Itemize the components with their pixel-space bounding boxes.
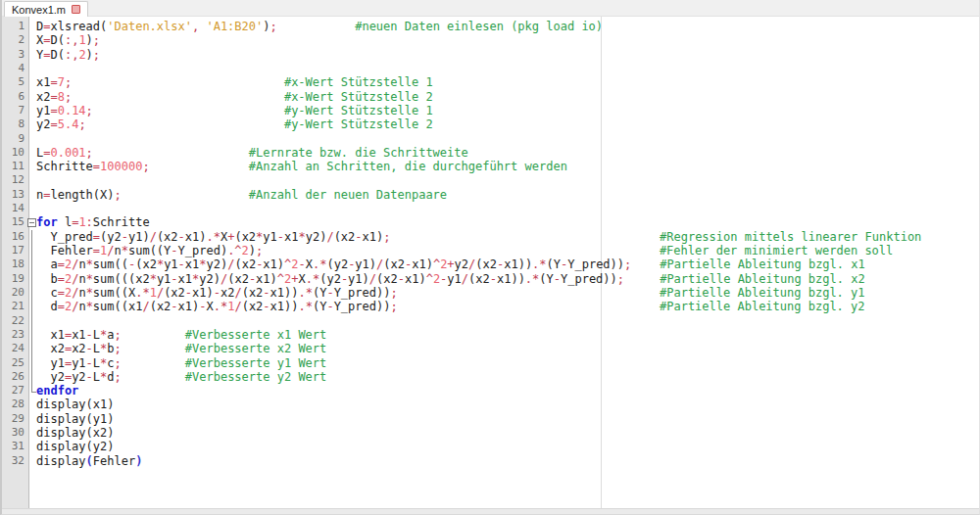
- code-line-4[interactable]: 4: [2, 62, 979, 75]
- tab-label: Konvex1.m: [12, 4, 66, 16]
- fold-margin: [28, 215, 36, 229]
- line-number: 26: [2, 370, 28, 384]
- line-number: 31: [2, 440, 28, 453]
- code-text: y2=5.4; #y-Wert Stützstelle 2: [36, 117, 433, 131]
- code-line-25[interactable]: 25 y1=y1-L*c; #Verbesserte y1 Wert: [2, 356, 979, 370]
- fold-margin: [28, 328, 36, 342]
- fold-margin: [28, 90, 36, 104]
- fold-margin: [28, 173, 36, 187]
- code-line-20[interactable]: 20 c=2/n*sum((X.*1/(x2-x1)-x2/(x2-x1)).*…: [2, 286, 979, 300]
- line-number: 20: [2, 286, 28, 300]
- code-line-7[interactable]: 7y1=0.14; #y-Wert Stützstelle 1: [2, 104, 979, 117]
- line-number: 30: [2, 426, 28, 440]
- editor-window: Konvex1.m 1D=xlsread('Daten.xlsx', 'A1:B…: [0, 0, 980, 515]
- code-line-21[interactable]: 21 d=2/n*sum((x1/(x2-x1)-X.*1/(x2-x1)).*…: [2, 300, 979, 313]
- code-line-10[interactable]: 10L=0.001; #Lernrate bzw. die Schrittwei…: [2, 146, 979, 160]
- fold-margin: [28, 75, 36, 89]
- fold-margin: [28, 342, 36, 355]
- fold-margin: [28, 132, 36, 146]
- fold-margin: [28, 286, 36, 300]
- tab-close-icon[interactable]: [72, 5, 80, 14]
- tab-konvex1[interactable]: Konvex1.m: [4, 1, 88, 17]
- code-line-24[interactable]: 24 x2=x2-L*b; #Verbesserte x2 Wert: [2, 342, 979, 355]
- fold-margin: [28, 104, 36, 117]
- line-number: 16: [2, 230, 28, 244]
- code-line-17[interactable]: 17 Fehler=1/n*sum((Y-Y_pred).^2); #Fehle…: [2, 244, 979, 258]
- code-line-15[interactable]: 15for l=1:Schritte: [2, 215, 979, 229]
- code-text: X=D(:,1);: [36, 33, 100, 47]
- line-number: 9: [2, 132, 28, 146]
- code-text: Y_pred=(y2-y1)/(x2-x1).*X+(x2*y1-x1*y2)/…: [36, 230, 921, 244]
- code-text: n=length(X); #Anzahl der neuen Datenpaar…: [36, 188, 447, 202]
- line-number: 28: [2, 398, 28, 411]
- code-text: display(x2): [36, 426, 114, 440]
- fold-margin: [28, 426, 36, 440]
- code-line-8[interactable]: 8y2=5.4; #y-Wert Stützstelle 2: [2, 117, 979, 131]
- code-line-14[interactable]: 14: [2, 202, 979, 215]
- code-text: endfor: [36, 384, 78, 398]
- code-line-29[interactable]: 29display(y1): [2, 412, 979, 426]
- code-line-16[interactable]: 16 Y_pred=(y2-y1)/(x2-x1).*X+(x2*y1-x1*y…: [2, 230, 979, 244]
- code-line-18[interactable]: 18 a=2/n*sum((-(x2*y1-x1*y2)/(x2-x1)^2-X…: [2, 258, 979, 271]
- code-line-32[interactable]: 32display(Fehler): [2, 454, 979, 468]
- line-number: 17: [2, 244, 28, 258]
- code-text: c=2/n*sum((X.*1/(x2-x1)-x2/(x2-x1)).*(Y-…: [36, 286, 865, 300]
- fold-marker-icon[interactable]: [27, 218, 36, 227]
- code-line-13[interactable]: 13n=length(X); #Anzahl der neuen Datenpa…: [2, 188, 979, 202]
- code-line-19[interactable]: 19 b=2/n*sum(((x2*y1-x1*y2)/(x2-x1)^2+X.…: [2, 272, 979, 286]
- code-text: x2=8; #x-Wert Stützstelle 2: [36, 90, 433, 104]
- code-text: d=2/n*sum((x1/(x2-x1)-X.*1/(x2-x1)).*(Y-…: [36, 300, 865, 313]
- line-number: 3: [2, 48, 28, 62]
- line-number: 27: [2, 384, 28, 398]
- code-editor[interactable]: 1D=xlsread('Daten.xlsx', 'A1:B20'); #neu…: [2, 17, 979, 514]
- code-line-22[interactable]: 22: [2, 314, 979, 328]
- code-text: L=0.001; #Lernrate bzw. die Schrittweite: [36, 146, 468, 160]
- code-line-5[interactable]: 5x1=7; #x-Wert Stützstelle 1: [2, 75, 979, 89]
- code-text: y1=0.14; #y-Wert Stützstelle 1: [36, 104, 433, 117]
- code-line-28[interactable]: 28display(x1): [2, 398, 979, 411]
- line-number: 32: [2, 454, 28, 468]
- code-text: Y=D(:,2);: [36, 48, 100, 62]
- line-number: 15: [2, 215, 28, 229]
- fold-margin: [28, 398, 36, 411]
- code-line-27[interactable]: 27endfor: [2, 384, 979, 398]
- code-line-9[interactable]: 9: [2, 132, 979, 146]
- fold-margin: [28, 314, 36, 328]
- code-text: a=2/n*sum((-(x2*y1-x1*y2)/(x2-x1)^2-X.*(…: [36, 258, 865, 271]
- line-number: 10: [2, 146, 28, 160]
- fold-margin: [28, 356, 36, 370]
- fold-margin: [28, 117, 36, 131]
- line-number: 5: [2, 75, 28, 89]
- code-line-3[interactable]: 3Y=D(:,2);: [2, 48, 979, 62]
- code-line-12[interactable]: 12: [2, 173, 979, 187]
- code-line-11[interactable]: 11Schritte=100000; #Anzahl an Schritten,…: [2, 160, 979, 173]
- code-line-23[interactable]: 23 x1=x1-L*a; #Verbesserte x1 Wert: [2, 328, 979, 342]
- fold-margin: [28, 146, 36, 160]
- code-text: for l=1:Schritte: [36, 215, 150, 229]
- fold-margin: [28, 48, 36, 62]
- fold-margin: [28, 300, 36, 313]
- line-number: 22: [2, 314, 28, 328]
- tab-bar: Konvex1.m: [2, 0, 979, 17]
- code-text: y2=y2-L*d; #Verbesserte y2 Wert: [36, 370, 326, 384]
- code-line-6[interactable]: 6x2=8; #x-Wert Stützstelle 2: [2, 90, 979, 104]
- fold-margin: [28, 202, 36, 215]
- line-number: 25: [2, 356, 28, 370]
- code-line-2[interactable]: 2X=D(:,1);: [2, 33, 979, 47]
- code-text: Fehler=1/n*sum((Y-Y_pred).^2); #Fehler d…: [36, 244, 893, 258]
- code-text: y1=y1-L*c; #Verbesserte y1 Wert: [36, 356, 326, 370]
- code-line-26[interactable]: 26 y2=y2-L*d; #Verbesserte y2 Wert: [2, 370, 979, 384]
- code-line-1[interactable]: 1D=xlsread('Daten.xlsx', 'A1:B20'); #neu…: [2, 20, 979, 33]
- fold-margin: [28, 412, 36, 426]
- line-number: 6: [2, 90, 28, 104]
- code-line-31[interactable]: 31display(y2): [2, 440, 979, 453]
- fold-margin: [28, 272, 36, 286]
- horizontal-scrollbar[interactable]: [2, 508, 979, 514]
- line-number: 4: [2, 62, 28, 75]
- line-number: 8: [2, 117, 28, 131]
- fold-margin: [28, 440, 36, 453]
- line-number: 7: [2, 104, 28, 117]
- code-text: x1=x1-L*a; #Verbesserte x1 Wert: [36, 328, 326, 342]
- code-line-30[interactable]: 30display(x2): [2, 426, 979, 440]
- fold-margin: [28, 62, 36, 75]
